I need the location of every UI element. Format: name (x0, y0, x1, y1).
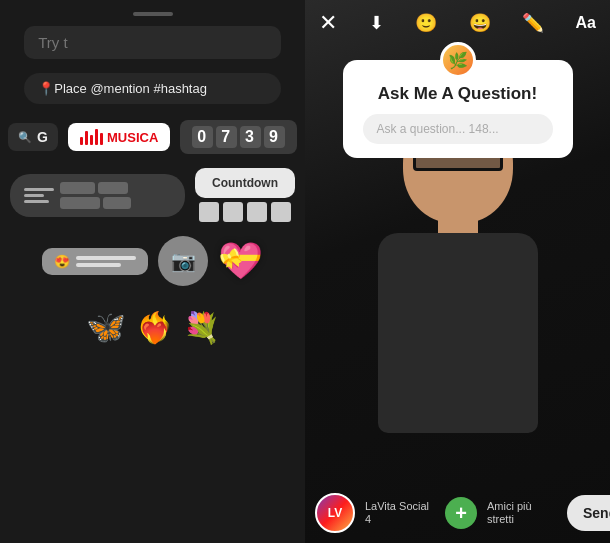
text-button[interactable]: Aa (576, 14, 596, 32)
poll-sticker[interactable] (10, 174, 185, 217)
sticker-button[interactable]: 😀 (469, 12, 491, 34)
gif-label: G (37, 129, 48, 145)
countdown-sq-4 (271, 202, 291, 222)
poll-options (60, 182, 140, 209)
question-sticker-avatar: 🌿 (440, 42, 476, 78)
person-figure (358, 103, 558, 483)
user-avatar[interactable]: LV (315, 493, 355, 533)
music-bar-3 (90, 135, 93, 145)
sticker-row-2: Countdown (10, 168, 295, 222)
music-bar-5 (100, 133, 103, 145)
face-filter-button[interactable]: 🙂 (415, 12, 437, 34)
pencil-button[interactable]: ✏️ (522, 12, 544, 34)
story-editor-panel: ✕ ⬇ 🙂 😀 ✏️ Aa 🌿 Ask Me A Question! Ask a… (305, 0, 610, 543)
emoji-slider-bars (76, 256, 136, 267)
countdown-text: Countdown (195, 168, 295, 198)
poll-bar-3 (60, 197, 100, 209)
heart-sticker[interactable]: 💝 (218, 240, 263, 282)
countdown-sq-1 (199, 202, 219, 222)
sticker-row-1: 🔍 G MUSICA 0 7 3 9 (10, 120, 295, 154)
sticker-picker-panel: 📍Place @mention #hashtag 🔍 G MUSICA 0 7 … (0, 0, 305, 543)
poll-lines-icon (24, 188, 54, 203)
add-close-friends-button[interactable]: + (445, 497, 477, 529)
music-bar-4 (95, 129, 98, 145)
digit-7: 7 (216, 126, 237, 148)
countdown-sq-3 (247, 202, 267, 222)
send-to-button[interactable]: Send To › (567, 495, 610, 531)
digit-3: 3 (240, 126, 261, 148)
music-bars-icon (80, 129, 103, 145)
music-label: MUSICA (107, 130, 158, 145)
poll-line-1 (24, 188, 54, 191)
digit-9: 9 (264, 126, 285, 148)
story-toolbar: ✕ ⬇ 🙂 😀 ✏️ Aa (305, 10, 610, 36)
close-button[interactable]: ✕ (319, 10, 337, 36)
username-label: LaVita Social 4 (365, 500, 435, 526)
countdown-sq-2 (223, 202, 243, 222)
sticker-search-input[interactable] (24, 26, 281, 59)
question-sticker-input[interactable]: Ask a question... 148... (363, 114, 553, 144)
sticker-row-4: 🦋 ❤️‍🔥 💐 (10, 308, 295, 346)
poll-bar-1 (60, 182, 95, 194)
countdown-digits-sticker[interactable]: 0 7 3 9 (180, 120, 297, 154)
sticker-tags-suggestion[interactable]: 📍Place @mention #hashtag (24, 73, 281, 104)
countdown-label-sticker[interactable]: Countdown (195, 168, 295, 222)
poll-bar-4 (103, 197, 131, 209)
emoji-face: 😍 (54, 254, 70, 269)
digit-0: 0 (192, 126, 213, 148)
question-placeholder-text: Ask a question... 148... (377, 122, 499, 136)
butterfly-sticker[interactable]: 🦋 (86, 308, 126, 346)
emoji-slider-sticker[interactable]: 😍 (42, 248, 148, 275)
close-friends-label: Amici più stretti (487, 500, 557, 526)
emoji-bar-2 (76, 263, 121, 267)
drag-handle[interactable] (133, 12, 173, 16)
red-character-sticker[interactable]: ❤️‍🔥 (136, 310, 173, 345)
heart-emoji-icon: 💝 (218, 240, 263, 281)
ask-question-sticker[interactable]: 🌿 Ask Me A Question! Ask a question... 1… (343, 60, 573, 158)
person-body (378, 233, 538, 433)
story-bottom-bar: LV LaVita Social 4 + Amici più stretti S… (305, 483, 610, 543)
music-bar-2 (85, 131, 88, 145)
camera-sticker[interactable]: 📷 (158, 236, 208, 286)
emoji-bar-1 (76, 256, 136, 260)
question-sticker-title: Ask Me A Question! (363, 84, 553, 104)
flower-sticker[interactable]: 💐 (183, 310, 220, 345)
poll-line-2 (24, 194, 44, 197)
camera-icon: 📷 (171, 249, 196, 273)
send-to-label: Send To › (583, 505, 610, 521)
sticker-row-3: 😍 📷 💝 (10, 236, 295, 286)
gif-sticker[interactable]: 🔍 G (8, 123, 58, 151)
music-sticker[interactable]: MUSICA (68, 123, 170, 151)
poll-bar-2 (98, 182, 128, 194)
search-small-icon: 🔍 (18, 131, 32, 144)
music-bar-1 (80, 137, 83, 145)
poll-line-3 (24, 200, 49, 203)
download-button[interactable]: ⬇ (369, 12, 384, 34)
countdown-squares (199, 202, 291, 222)
